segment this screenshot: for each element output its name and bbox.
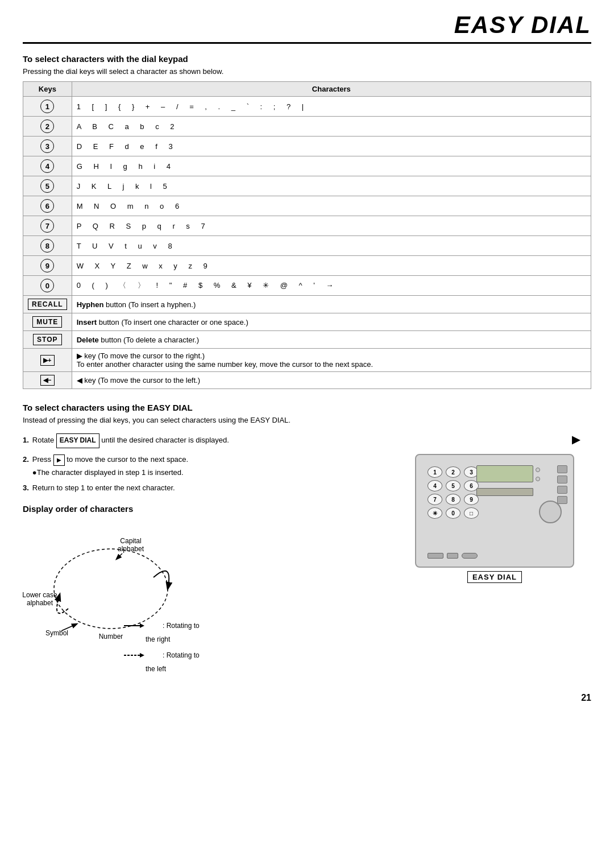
key-cell: 8 [23,236,72,256]
bottom-btn2[interactable] [447,553,458,559]
section1-subtext: Pressing the dial keys will select a cha… [23,67,591,76]
table-row: 00 ( ) 〈 〉 ! " # $ % & ¥ ✳ @ ^ ' → [23,276,591,296]
chars-cell: G H I g h i 4 [72,156,591,176]
key-cell: RECALL [23,296,72,313]
device-btn3[interactable] [557,486,567,494]
section2-heading: To select characters using the EASY DIAL [23,403,591,412]
bottom-btn3[interactable] [462,553,478,559]
key-box-RECALL: RECALL [28,299,67,310]
key-cell: 6 [23,196,72,216]
col-keys: Keys [23,82,72,97]
col-chars: Characters [72,82,591,97]
easy-dial-inline-box: EASY DIAL [56,433,99,448]
key-circle-6: 6 [40,199,54,213]
chars-cell: M N O m n o 6 [72,196,591,216]
step1: 1. Rotate EASY DIAL until the desired ch… [23,433,381,448]
section3-heading: Display order of characters [23,504,381,514]
bottom-section: 1. Rotate EASY DIAL until the desired ch… [23,433,591,676]
step2-text: Press ▶ to move the cursor to the next s… [32,453,188,480]
step1-num: 1. [23,433,29,448]
character-table: Keys Characters 11 [ ] { } + – / = , . _… [23,81,591,389]
step2-num: 2. [23,453,29,480]
device-key[interactable]: 7 [428,494,442,505]
legend-dashed-text: : Rotating to [163,648,200,662]
table-row: 9W X Y Z w x y z 9 [23,256,591,276]
key-circle-2: 2 [40,119,54,133]
svg-line-2 [61,624,77,631]
key-cell: 4 [23,156,72,176]
diagram-svg: Capital alphabet Lower case alphabet Num… [23,526,205,651]
key-cell: 7 [23,216,72,236]
page-title: EASY DIAL [454,11,591,38]
key-circle-1: 1 [40,100,54,113]
key-box-MUTE: MUTE [32,316,62,328]
bottom-right: ▶ 123456789✳0□ [398,433,591,583]
device-key[interactable]: 8 [446,494,460,505]
key-circle-5: 5 [40,179,54,193]
capital-label2: alphabet [118,545,144,553]
chars-cell: ▶ key (To move the cursor to the right.)… [72,349,591,372]
number-label: Number [99,633,123,640]
key-circle-0: 0 [40,279,54,292]
bottom-left: 1. Rotate EASY DIAL until the desired ch… [23,433,381,676]
symbol-label: Symbol [45,629,68,637]
bottom-btn1[interactable] [428,553,443,559]
page-header: EASY DIAL [23,11,591,44]
device-key[interactable]: 2 [446,466,460,478]
key-circle-4: 4 [40,159,54,173]
steps-container: 1. Rotate EASY DIAL until the desired ch… [23,433,381,495]
device-image: 123456789✳0□ [415,454,574,568]
arrow-dashed-icon [125,655,142,656]
key-cell: MUTE [23,313,72,331]
device-indicators [536,468,540,481]
key-cell: ◀− [23,372,72,389]
table-row: ▶+▶ key (To move the cursor to the right… [23,349,591,372]
table-row: 3D E F d e f 3 [23,137,591,156]
capital-label: Capital [120,537,141,545]
table-row: STOPDelete button (To delete a character… [23,331,591,349]
table-row: 8T U V t u v 8 [23,236,591,256]
device-keypad: 123456789✳0□ [428,466,480,519]
chars-cell: A B C a b c 2 [72,117,591,137]
key-circle-9: 9 [40,259,54,272]
legend-solid-text: : Rotating to [163,619,200,633]
chars-cell: D E F d e f 3 [72,137,591,156]
device-display2 [476,488,533,496]
device-key[interactable]: □ [464,507,479,519]
key-cell: 0 [23,276,72,296]
device-bottom-buttons [428,553,478,559]
legend-dashed-text2: the left [146,662,381,676]
device-btn4[interactable] [557,496,567,504]
section1-heading: To select characters with the dial keypa… [23,54,591,64]
easy-dial-knob[interactable] [539,501,562,523]
chars-cell: T U V t u v 8 [72,236,591,256]
key-cell: 3 [23,137,72,156]
key-cell: 1 [23,97,72,117]
step3: 3. Return to step 1 to enter the next ch… [23,481,381,494]
device-key[interactable]: 5 [446,480,460,491]
device-key[interactable]: ✳ [428,507,442,519]
svg-marker-4 [140,623,144,628]
key-circle-8: 8 [40,239,54,253]
key-cell: STOP [23,331,72,349]
arrow-right-top: ▶ [572,433,580,446]
key-circle-7: 7 [40,219,54,233]
svg-point-0 [54,549,168,629]
device-btn1[interactable] [557,465,567,473]
device-btn2[interactable] [557,476,567,483]
svg-line-1 [117,553,122,559]
device-key[interactable]: 0 [446,507,460,519]
device-key[interactable]: 1 [428,466,442,478]
page-number: 21 [23,693,591,703]
table-row: 4G H I g h i 4 [23,156,591,176]
lower-label2: alphabet [27,599,53,607]
key-icon: ◀− [40,375,54,386]
chars-cell: W X Y Z w x y z 9 [72,256,591,276]
key-box-STOP: STOP [33,334,61,345]
table-row: MUTEInsert button (To insert one charact… [23,313,591,331]
device-right-buttons [557,465,567,504]
device-key[interactable]: 4 [428,480,442,491]
table-row: 7P Q R S p q r s 7 [23,216,591,236]
step3-num: 3. [23,481,29,494]
key-cell: 2 [23,117,72,137]
